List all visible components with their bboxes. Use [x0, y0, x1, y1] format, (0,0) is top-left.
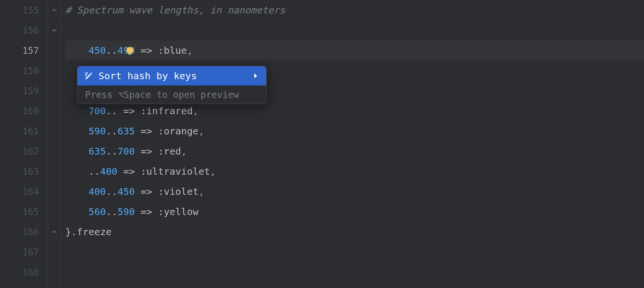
symbol-name: violet [164, 186, 198, 197]
number-literal: 560 [88, 206, 106, 217]
intention-popup: Sort hash by keys Press ⌥Space to open p… [77, 66, 267, 104]
range-operator: .. [106, 105, 117, 117]
hashrocket: => [135, 145, 158, 157]
symbol-colon: : [158, 45, 164, 56]
line-number[interactable]: 158 [0, 60, 39, 81]
line-number-gutter: 155 156 157 158 159 160 161 162 163 164 … [0, 0, 48, 288]
number-literal: 400 [100, 166, 117, 177]
code-editor: 155 156 157 158 159 160 161 162 163 164 … [0, 0, 644, 288]
comma: , [198, 186, 204, 197]
fold-gutter [48, 0, 62, 288]
hashrocket: => [117, 166, 140, 177]
number-literal: 700 [117, 145, 135, 157]
intention-hint-text: Press ⌥Space to open preview [77, 85, 266, 104]
code-line[interactable]: }.freeze [65, 222, 644, 242]
number-literal: 635 [88, 145, 106, 157]
code-line[interactable]: WAVELENGTHS = { [65, 20, 644, 40]
fold-toggle-icon[interactable] [50, 228, 59, 236]
symbol-name: yellow [164, 206, 198, 217]
indent [65, 166, 88, 177]
symbol-colon: : [141, 166, 147, 177]
chevron-right-icon [253, 70, 259, 82]
code-line[interactable]: ..400 => :ultraviolet, [65, 161, 644, 181]
svg-point-0 [126, 47, 133, 54]
indent [65, 145, 88, 157]
hashrocket: => [135, 125, 158, 137]
hashrocket: => [135, 45, 158, 56]
number-literal: 635 [117, 125, 135, 137]
symbol-colon: : [158, 206, 164, 217]
code-line[interactable]: 560..590 => :yellow [65, 202, 644, 222]
symbol-colon: : [158, 145, 164, 157]
line-number[interactable]: 166 [0, 222, 39, 242]
symbol-name: ultraviolet [147, 166, 210, 177]
edit-icon [84, 71, 94, 81]
line-number[interactable]: 157 [0, 40, 39, 60]
range-operator: .. [106, 206, 117, 217]
range-operator: .. [106, 145, 117, 157]
hashrocket: => [135, 186, 158, 197]
code-line[interactable]: 400..450 => :violet, [65, 181, 644, 202]
line-number[interactable]: 156 [0, 20, 39, 40]
line-number[interactable]: 161 [0, 121, 39, 141]
symbol-name: blue [164, 45, 187, 56]
code-area[interactable]: # Spectrum wave lengths, in nanometers W… [62, 0, 644, 288]
comma: , [187, 45, 193, 56]
line-number[interactable]: 168 [0, 262, 39, 282]
comma: , [198, 125, 204, 137]
number-literal: 590 [117, 206, 135, 217]
symbol-colon: : [141, 105, 147, 117]
line-number[interactable]: 159 [0, 81, 39, 101]
line-number[interactable]: 160 [0, 101, 39, 121]
line-number[interactable]: 162 [0, 141, 39, 161]
number-literal: 700 [88, 105, 106, 117]
code-line[interactable]: # Spectrum wave lengths, in nanometers [65, 0, 644, 20]
comma: , [193, 105, 198, 117]
number-literal: 590 [88, 125, 106, 137]
dot: . [71, 226, 77, 238]
hashrocket: => [135, 206, 158, 217]
code-line[interactable]: 590..635 => :orange, [65, 121, 644, 141]
code-line[interactable]: 635..700 => :red, [65, 141, 644, 161]
symbol-name: infrared [147, 105, 193, 117]
code-line[interactable] [65, 242, 644, 262]
symbol-name: red [164, 145, 181, 157]
code-line-active[interactable]: 450..490 => :blue, [65, 40, 644, 60]
indent [65, 206, 88, 217]
brace-close: } [65, 226, 71, 238]
symbol-name: orange [164, 125, 198, 137]
range-operator: .. [106, 186, 117, 197]
hashrocket: => [117, 105, 140, 117]
number-literal: 450 [117, 186, 135, 197]
code-line[interactable] [65, 262, 644, 282]
indent [65, 105, 88, 117]
comma: , [210, 166, 216, 177]
range-operator: .. [88, 166, 100, 177]
line-number[interactable]: 164 [0, 181, 39, 202]
svg-rect-1 [128, 53, 131, 55]
method-call: freeze [77, 226, 111, 238]
line-number[interactable]: 155 [0, 0, 39, 20]
line-number[interactable]: 165 [0, 202, 39, 222]
range-operator: .. [106, 125, 117, 137]
indent [65, 125, 88, 137]
symbol-colon: : [158, 125, 164, 137]
fold-toggle-icon[interactable] [50, 6, 59, 14]
number-literal: 400 [88, 186, 106, 197]
comment-text: # Spectrum wave lengths, in nanometers [65, 4, 285, 16]
line-number[interactable]: 167 [0, 242, 39, 262]
intention-action-sort-hash[interactable]: Sort hash by keys [77, 66, 266, 85]
symbol-colon: : [158, 186, 164, 197]
comma: , [181, 145, 187, 157]
intention-action-label: Sort hash by keys [99, 70, 248, 82]
fold-toggle-icon[interactable] [50, 26, 59, 35]
indent [65, 186, 88, 197]
line-number[interactable]: 163 [0, 161, 39, 181]
